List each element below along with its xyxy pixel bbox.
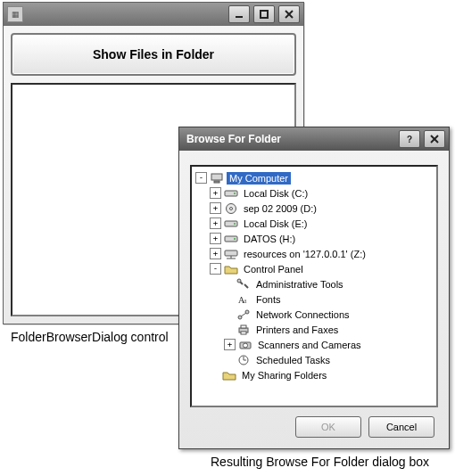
svg-rect-24 — [241, 332, 246, 334]
dialog-title: Browse For Folder — [183, 133, 281, 145]
tree-node-label: Network Connections — [253, 308, 352, 321]
svg-rect-7 — [214, 181, 219, 183]
tree-node-label: Fonts — [253, 293, 284, 306]
svg-point-26 — [244, 343, 248, 348]
expand-icon[interactable]: + — [224, 339, 236, 350]
expand-icon[interactable]: + — [210, 233, 221, 244]
svg-rect-16 — [225, 250, 237, 256]
svg-point-13 — [234, 223, 236, 225]
svg-point-11 — [230, 207, 233, 209]
tree-node[interactable]: +Scanners and Cameras — [194, 337, 434, 352]
dialog-close-button[interactable] — [424, 130, 445, 148]
svg-rect-23 — [241, 325, 246, 328]
disc-icon — [224, 202, 238, 215]
drive-icon — [224, 187, 238, 200]
tree-node[interactable]: Scheduled Tasks — [194, 352, 434, 367]
tree-node[interactable]: Network Connections — [194, 307, 434, 322]
dialog-body: -My Computer+Local Disk (C:)+sep 02 2009… — [179, 151, 449, 448]
toggle-spacer — [224, 324, 234, 334]
maximize-button[interactable] — [253, 5, 275, 23]
svg-rect-1 — [261, 11, 268, 18]
browse-folder-dialog: Browse For Folder ? -My Computer+Local D… — [178, 127, 450, 449]
tree-node-label: Scanners and Cameras — [255, 339, 364, 351]
expand-icon[interactable]: + — [210, 248, 221, 259]
help-button[interactable]: ? — [399, 130, 420, 148]
svg-point-9 — [234, 193, 236, 194]
tree-node[interactable]: -Control Panel — [194, 261, 434, 276]
tree-node-label: My Sharing Folders — [239, 369, 329, 382]
svg-text:a: a — [244, 297, 247, 305]
dialog-titlebar: Browse For Folder ? — [179, 127, 449, 151]
dialog-button-row: OK Cancel — [190, 407, 438, 441]
computer-icon — [210, 172, 224, 185]
fonts-icon: Aa — [236, 293, 251, 306]
netdrive-icon — [224, 248, 238, 260]
svg-point-15 — [234, 238, 236, 240]
caption-dialog: Resulting Browse For Folder dialog box — [211, 455, 429, 469]
tree-node-label: My Computer — [227, 172, 291, 185]
toggle-spacer — [210, 370, 219, 380]
collapse-icon[interactable]: - — [210, 263, 221, 275]
question-icon: ? — [407, 135, 412, 144]
tree-node-label: Scheduled Tasks — [253, 354, 333, 366]
minimize-button[interactable] — [228, 5, 250, 23]
expand-icon[interactable]: + — [210, 217, 221, 229]
tree-node[interactable]: +sep 02 2009 (D:) — [194, 201, 434, 216]
ok-button[interactable]: OK — [295, 416, 361, 438]
tree-node-label: resources on '127.0.0.1' (Z:) — [241, 248, 368, 260]
cancel-button[interactable]: Cancel — [368, 416, 434, 438]
toggle-spacer — [224, 279, 234, 289]
toggle-spacer — [224, 309, 234, 319]
tree-node-label: Administrative Tools — [253, 278, 346, 291]
show-files-button[interactable]: Show Files in Folder — [11, 33, 296, 76]
expand-icon[interactable]: + — [210, 202, 221, 214]
caption-main: FolderBrowserDialog control — [11, 330, 169, 344]
tree-node-label: sep 02 2009 (D:) — [241, 202, 319, 215]
folder-icon — [222, 369, 236, 382]
printer-icon — [236, 324, 251, 336]
toggle-spacer — [224, 355, 234, 365]
drive-icon — [224, 217, 238, 230]
tree-node[interactable]: AaFonts — [194, 291, 434, 307]
tree-node[interactable]: -My Computer — [194, 170, 434, 185]
svg-point-17 — [237, 279, 241, 283]
tree-node[interactable]: Printers and Faxes — [194, 322, 434, 337]
network-icon — [236, 308, 251, 321]
clock-icon — [236, 354, 251, 366]
camera-icon — [238, 339, 252, 351]
tree-node-label: Local Disk (C:) — [241, 187, 310, 200]
tree-node-label: Control Panel — [241, 263, 306, 275]
tools-icon — [236, 278, 251, 291]
folder-icon — [224, 263, 238, 275]
app-icon: ▦ — [7, 6, 23, 22]
svg-rect-6 — [211, 174, 222, 180]
drive-icon — [224, 233, 238, 245]
tree-node-label: Printers and Faxes — [253, 324, 341, 336]
toggle-spacer — [224, 294, 234, 304]
tree-node[interactable]: +Local Disk (C:) — [194, 185, 434, 201]
tree-node[interactable]: My Sharing Folders — [194, 367, 434, 382]
tree-node-label: DATOS (H:) — [241, 233, 298, 245]
folder-tree[interactable]: -My Computer+Local Disk (C:)+sep 02 2009… — [190, 165, 438, 407]
collapse-icon[interactable]: - — [195, 172, 207, 184]
tree-node[interactable]: +DATOS (H:) — [194, 231, 434, 246]
tree-node-label: Local Disk (E:) — [241, 217, 310, 230]
tree-node[interactable]: +resources on '127.0.0.1' (Z:) — [194, 246, 434, 261]
main-titlebar: ▦ — [4, 3, 303, 26]
expand-icon[interactable]: + — [210, 187, 221, 199]
close-button[interactable] — [278, 5, 300, 23]
tree-node[interactable]: Administrative Tools — [194, 276, 434, 291]
tree-node[interactable]: +Local Disk (E:) — [194, 216, 434, 231]
